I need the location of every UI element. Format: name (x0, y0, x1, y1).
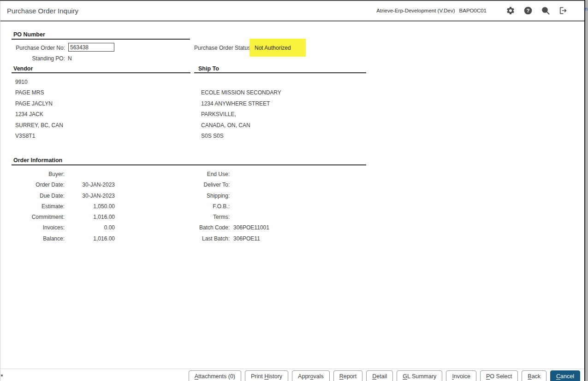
field-label: Commitment: (12, 214, 65, 224)
cancel-button[interactable]: Cancel (550, 370, 580, 381)
vendor-line: 1234 JACK (15, 111, 63, 122)
environment-label: Atrieve-Erp-Development (V.Dev) (376, 8, 455, 13)
ship-to-line: ECOLE MISSION SECONDARY (201, 89, 281, 100)
order-info-section-line (12, 164, 366, 165)
field-label: Invoices: (12, 224, 65, 235)
order-info-left: Buyer:Order Date:30-JAN-2023Due Date:30-… (12, 171, 115, 246)
header-right-group: Atrieve-Erp-Development (V.Dev) BAPO0C01… (376, 1, 568, 20)
order-info-row: Buyer: (12, 171, 115, 182)
ship-to-line: S0S S0S (201, 133, 281, 143)
field-label: Deliver To: (194, 182, 230, 192)
svg-text:?: ? (527, 8, 530, 13)
field-value: 306POE11001 (233, 224, 269, 235)
order-info-section-title: Order Information (13, 157, 62, 164)
footer-buttons: Attachments (0)Print HistoryApprovalsRep… (0, 369, 584, 381)
vendor-section-title: Vendor (13, 65, 33, 72)
vendor-line: PAGE JACLYN (15, 100, 63, 111)
vendor-lines: 9910PAGE MRSPAGE JACLYN1234 JACKSURREY, … (15, 79, 63, 143)
order-info-row: Shipping: (194, 193, 269, 203)
ship-to-section-title: Ship To (198, 65, 219, 72)
field-value: 30-JAN-2023 (65, 193, 115, 203)
field-label: Batch Code: (194, 224, 230, 235)
edge-text-fragment: n (585, 6, 588, 12)
po-number-section-line (12, 39, 190, 40)
order-info-row: Due Date:30-JAN-2023 (12, 193, 115, 203)
po-select-button[interactable]: PO Select (480, 370, 518, 381)
order-info-row: Deliver To: (194, 182, 269, 192)
logout-icon[interactable] (558, 6, 568, 15)
detail-button[interactable]: Detail (366, 370, 393, 381)
field-label: Buyer: (12, 171, 65, 182)
order-info-right: End Use:Deliver To:Shipping:F.O.B.:Terms… (194, 171, 269, 246)
invoice-button[interactable]: Invoice (446, 370, 476, 381)
attachments-button[interactable]: Attachments (0) (189, 370, 241, 381)
order-info-row: Batch Code:306POE11001 (194, 224, 269, 235)
vendor-line: V3S8T1 (15, 133, 63, 143)
ship-to-section-line (194, 72, 366, 73)
ship-to-line: 1234 ANYWHERE STREET (201, 100, 281, 111)
ship-to-lines: ECOLE MISSION SECONDARY1234 ANYWHERE STR… (201, 79, 281, 143)
po-status-label: Purchase Order Status: (194, 45, 248, 52)
standing-po-label: Standing PO: (12, 55, 65, 62)
field-label: Order Date: (12, 182, 65, 192)
print-history-button[interactable]: Print History (245, 370, 288, 381)
order-info-row: End Use: (194, 171, 269, 182)
settings-icon[interactable] (506, 6, 515, 15)
field-label: Balance: (12, 235, 65, 246)
vendor-line: SURREY, BC, CAN (15, 122, 63, 133)
field-label: Estimate: (12, 203, 65, 214)
bottom-left-dot (1, 375, 3, 376)
field-value (65, 171, 115, 182)
po-no-label: Purchase Order No: (12, 45, 65, 52)
gl-summary-button[interactable]: GL Summary (397, 370, 442, 381)
search-icon[interactable] (541, 6, 550, 15)
order-info-row: Estimate:1,050.00 (12, 203, 115, 214)
help-icon[interactable]: ? (523, 6, 533, 15)
field-value: 0.00 (65, 224, 115, 235)
field-label: Due Date: (12, 193, 65, 203)
order-info-row: Balance:1,016.00 (12, 235, 115, 246)
vendor-line: PAGE MRS (15, 89, 63, 100)
ship-to-line: PARKSVILLE, (201, 111, 281, 122)
vendor-section-line (12, 72, 190, 73)
ship-to-line (201, 79, 281, 89)
back-button[interactable]: Back (522, 370, 546, 381)
field-label: Terms: (194, 214, 230, 224)
standing-po-value: N (68, 55, 72, 62)
vendor-line: 9910 (15, 79, 63, 89)
window-top-border (0, 0, 588, 1)
footer-bar: Attachments (0)Print HistoryApprovalsRep… (0, 369, 584, 381)
field-label: End Use: (194, 171, 230, 182)
purchase-order-inquiry-window: Purchase Order Inquiry Atrieve-Erp-Devel… (0, 0, 588, 381)
field-label: Last Batch: (194, 235, 230, 246)
po-number-section-title: PO Number (13, 31, 45, 38)
order-info-row: F.O.B.: (194, 203, 269, 214)
header-bar: Purchase Order Inquiry Atrieve-Erp-Devel… (0, 1, 584, 20)
field-value: 1,016.00 (65, 235, 115, 246)
field-value: 30-JAN-2023 (65, 182, 115, 192)
field-label: F.O.B.: (194, 203, 230, 214)
report-button[interactable]: Report (333, 370, 363, 381)
content: PO Number Purchase Order No: Standing PO… (0, 22, 584, 369)
order-info-row: Invoices:0.00 (12, 224, 115, 235)
field-value: 1,050.00 (65, 203, 115, 214)
ship-to-line: CANADA, ON, CAN (201, 122, 281, 133)
field-value: 1,016.00 (65, 214, 115, 224)
status-value-highlight: Not Authorized (249, 39, 306, 57)
order-info-row: Order Date:30-JAN-2023 (12, 182, 115, 192)
purchase-order-no-input[interactable] (68, 43, 114, 52)
field-value: 306POE11 (233, 235, 260, 246)
window-left-border (0, 1, 0, 381)
order-info-row: Commitment:1,016.00 (12, 214, 115, 224)
page-title: Purchase Order Inquiry (7, 7, 78, 15)
window-edge: n (584, 0, 588, 381)
order-info-row: Terms: (194, 214, 269, 224)
program-code: BAPO0C01 (459, 8, 487, 13)
field-label: Shipping: (194, 193, 230, 203)
approvals-button[interactable]: Approvals (292, 370, 330, 381)
order-info-row: Last Batch:306POE11 (194, 235, 269, 246)
status-value: Not Authorized (255, 45, 291, 51)
